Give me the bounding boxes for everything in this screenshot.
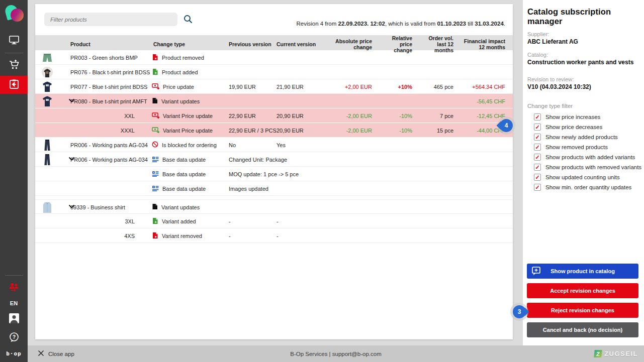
current-version-cell: - xyxy=(274,233,324,239)
change-type-label: Variant added xyxy=(162,218,196,224)
change-type-filter-item[interactable]: ✓Show removed products xyxy=(523,142,644,152)
col-header-absolute-price-change: Absolute price change xyxy=(324,38,378,50)
product-name: 09339 - Business shirt xyxy=(68,204,151,210)
change-type-label: Base data update xyxy=(162,171,206,177)
variant-black-icon xyxy=(152,203,158,211)
zugseil-z-icon: Z xyxy=(594,350,602,357)
table-row[interactable]: PR006 - Working pants AG-034Is blocked f… xyxy=(35,138,513,152)
change-type-cell: Base data update xyxy=(151,156,226,163)
change-type-filter-item[interactable]: ✓Show price increases xyxy=(523,112,644,122)
svg-text:?: ? xyxy=(12,334,15,340)
previous-version-cell: Changed Unit: Package xyxy=(226,157,274,163)
previous-version-cell: No xyxy=(226,142,274,148)
doc-removed-icon xyxy=(152,232,158,240)
change-type-filter-item[interactable]: ✓Show products with added variants xyxy=(523,152,644,162)
product-thumbnail xyxy=(35,65,68,79)
help-icon: ? xyxy=(9,332,20,344)
chevron-down-icon[interactable] xyxy=(68,97,75,103)
change-type-filter-item[interactable]: ✓Show newly added products xyxy=(523,132,644,142)
chevron-down-icon[interactable] xyxy=(68,203,75,209)
sidebar-item-catalog-revisions[interactable] xyxy=(0,76,28,94)
table-row[interactable]: 4XSVariant removed-- xyxy=(35,228,513,243)
accept-revision-changes-button[interactable]: Accept revision changes xyxy=(527,283,638,298)
product-thumbnail xyxy=(35,152,68,167)
sidebar-item-add-to-cart[interactable] xyxy=(0,57,28,74)
table-row[interactable]: XXLVariant Price update22,90 EUR20,90 EU… xyxy=(35,108,513,123)
checkbox-checked-icon[interactable]: ✓ xyxy=(534,144,541,151)
revision-table-card: Revision 4 from 22.09.2023. 12:02, which… xyxy=(35,4,513,339)
change-type-cell: Is blocked for ordering xyxy=(151,141,226,149)
previous-version-cell: MOQ update: 1 pce -> 5 pce xyxy=(226,171,274,177)
change-type-label: Product added xyxy=(162,69,198,75)
filter-checkbox-label: Show newly added products xyxy=(545,134,618,140)
filter-products-input[interactable] xyxy=(44,13,177,26)
sidebar-item-help[interactable]: ? xyxy=(0,329,28,346)
variant-name: XXL xyxy=(68,113,151,119)
previous-version-cell: - xyxy=(226,218,274,224)
change-type-filter-item[interactable]: ✓Show updated counting units xyxy=(523,172,644,182)
col-header-relative-price-change: Relative price change xyxy=(378,35,418,53)
absolute-price-change-cell: +2,00 EUR xyxy=(324,84,378,90)
change-type-cell: Variant Price update xyxy=(151,112,226,119)
change-type-filter-item[interactable]: ✓Show products with removed variants xyxy=(523,162,644,172)
supplier-value: ABC Lieferant AG xyxy=(523,38,644,47)
sidebar-item-user-groups[interactable] xyxy=(0,279,28,296)
table-row[interactable]: Base data updateMOQ update: 1 pce -> 5 p… xyxy=(35,167,513,181)
navy-tshirt-image xyxy=(41,80,53,93)
checkbox-checked-icon[interactable]: ✓ xyxy=(534,184,541,191)
dark-pants-image xyxy=(41,139,53,152)
table-row[interactable]: 09339 - Business shirtVariant updates xyxy=(35,199,513,214)
previous-version-cell: 19,90 EUR xyxy=(226,84,274,90)
checkbox-checked-icon[interactable]: ✓ xyxy=(534,154,541,161)
table-row[interactable]: XXXLVariant Price update22,90 EUR / 3 PC… xyxy=(35,123,513,138)
price-red-icon xyxy=(152,112,159,119)
table-row[interactable]: PR077 - Blue t-shirt print BDSSPrice upd… xyxy=(35,79,513,94)
change-type-filter-item[interactable]: ✓Show min. order quantity updates xyxy=(523,182,644,192)
language-selector[interactable]: EN xyxy=(10,300,18,306)
catalog-label: Catalog: xyxy=(523,47,644,59)
thumbnail-empty xyxy=(35,167,68,181)
table-row[interactable]: PR080 - Blue t-shirt print AMFTVariant u… xyxy=(35,94,513,108)
table-body: PR003 - Green shorts BMPProduct removedP… xyxy=(35,50,513,243)
checkbox-checked-icon[interactable]: ✓ xyxy=(534,164,541,171)
reject-revision-changes-button[interactable]: Reject revision changes xyxy=(527,303,638,318)
panel-buttons: Show product in catalog Accept revision … xyxy=(527,264,638,337)
search-button[interactable] xyxy=(182,14,194,25)
table-row[interactable]: Base data updateImages updated xyxy=(35,181,513,196)
col-header-previous-version: Previous version xyxy=(226,41,274,47)
price-green-icon xyxy=(152,127,159,134)
thumbnail-empty xyxy=(35,123,68,138)
panel-title: Catalog subscription manager xyxy=(523,0,644,26)
change-type-label: Base data update xyxy=(162,186,206,192)
filter-checkbox-label: Show price decreases xyxy=(545,124,602,130)
base-data-icon xyxy=(152,185,159,192)
base-data-icon xyxy=(152,171,159,178)
revision-validity-text: Revision 4 from 22.09.2023. 12:02, which… xyxy=(296,21,505,27)
order-volume-cell: 15 pce xyxy=(418,128,459,134)
checkbox-checked-icon[interactable]: ✓ xyxy=(534,174,541,181)
checkbox-checked-icon[interactable]: ✓ xyxy=(534,124,541,131)
chevron-down-icon[interactable] xyxy=(68,156,75,162)
avatar-icon xyxy=(8,312,20,326)
sidebar-item-desktop[interactable] xyxy=(0,32,28,49)
show-product-in-catalog-button[interactable]: Show product in catalog xyxy=(527,264,638,279)
variant-name: 3XL xyxy=(68,218,151,224)
doc-added-icon xyxy=(152,68,158,76)
filter-checkbox-label: Show products with removed variants xyxy=(545,164,641,170)
col-header-product: Product xyxy=(68,41,151,47)
current-version-cell: 20,90 EUR xyxy=(274,128,324,134)
sidebar-item-profile[interactable] xyxy=(0,310,28,327)
table-row[interactable]: 3XLVariant added-- xyxy=(35,214,513,228)
thumbnail-empty xyxy=(35,181,68,196)
table-row[interactable]: PR076 - Black t-shirt print BDSSProduct … xyxy=(35,65,513,79)
supplier-label: Supplier: xyxy=(523,26,644,38)
table-row[interactable]: PR006 - Working pants AG-034Base data up… xyxy=(35,152,513,167)
change-type-cell: Base data update xyxy=(151,171,226,178)
change-type-filter-list: ✓Show price increases✓Show price decreas… xyxy=(523,112,644,192)
change-type-filter-item[interactable]: ✓Show price decreases xyxy=(523,122,644,132)
cancel-and-back-button[interactable]: Cancel and back (no decision) xyxy=(527,322,638,337)
revision-to-review-label: Revision to review: xyxy=(523,71,644,83)
checkbox-checked-icon[interactable]: ✓ xyxy=(534,113,541,120)
current-version-cell: - xyxy=(274,218,324,224)
checkbox-checked-icon[interactable]: ✓ xyxy=(534,134,541,141)
